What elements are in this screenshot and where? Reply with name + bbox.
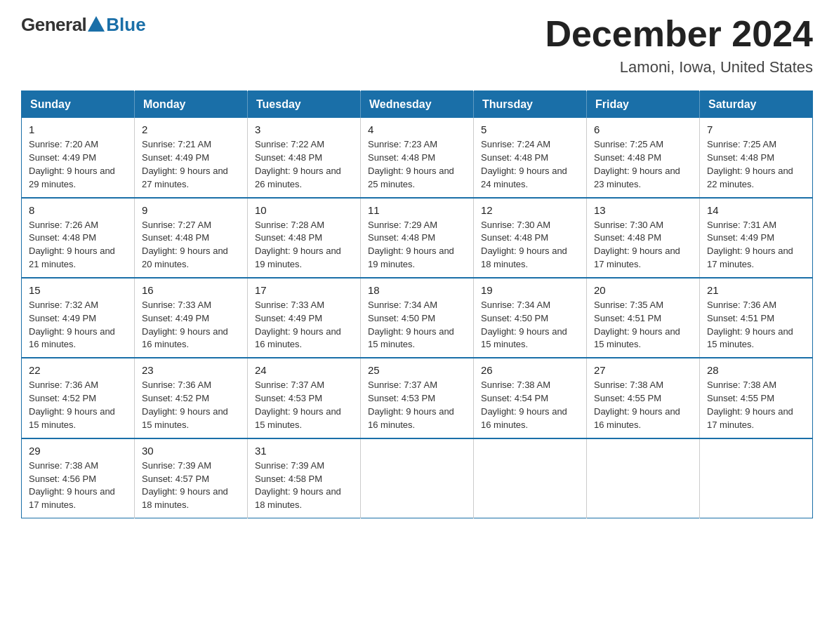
- day-number: 16: [142, 284, 240, 296]
- calendar-week-row: 22 Sunrise: 7:36 AM Sunset: 4:52 PM Dayl…: [22, 358, 813, 438]
- day-info: Sunrise: 7:30 AM Sunset: 4:48 PM Dayligh…: [481, 219, 579, 271]
- calendar-cell: 21 Sunrise: 7:36 AM Sunset: 4:51 PM Dayl…: [700, 278, 813, 358]
- calendar-cell: 22 Sunrise: 7:36 AM Sunset: 4:52 PM Dayl…: [22, 358, 135, 438]
- day-info: Sunrise: 7:34 AM Sunset: 4:50 PM Dayligh…: [481, 299, 579, 351]
- calendar-cell: 20 Sunrise: 7:35 AM Sunset: 4:51 PM Dayl…: [587, 278, 700, 358]
- location-text: Lamoni, Iowa, United States: [545, 58, 813, 76]
- day-info: Sunrise: 7:38 AM Sunset: 4:55 PM Dayligh…: [707, 379, 805, 431]
- calendar-cell: 26 Sunrise: 7:38 AM Sunset: 4:54 PM Dayl…: [474, 358, 587, 438]
- day-number: 14: [707, 204, 805, 216]
- day-number: 13: [594, 204, 692, 216]
- weekday-header-row: SundayMondayTuesdayWednesdayThursdayFrid…: [22, 91, 813, 119]
- calendar-week-row: 29 Sunrise: 7:38 AM Sunset: 4:56 PM Dayl…: [22, 438, 813, 518]
- calendar-cell: [587, 438, 700, 518]
- day-number: 7: [707, 123, 805, 135]
- calendar-cell: 15 Sunrise: 7:32 AM Sunset: 4:49 PM Dayl…: [22, 278, 135, 358]
- calendar-cell: 25 Sunrise: 7:37 AM Sunset: 4:53 PM Dayl…: [361, 358, 474, 438]
- day-info: Sunrise: 7:36 AM Sunset: 4:52 PM Dayligh…: [29, 379, 127, 431]
- weekday-header-saturday: Saturday: [700, 91, 813, 119]
- day-info: Sunrise: 7:34 AM Sunset: 4:50 PM Dayligh…: [368, 299, 466, 351]
- day-info: Sunrise: 7:26 AM Sunset: 4:48 PM Dayligh…: [29, 219, 127, 271]
- calendar-cell: 2 Sunrise: 7:21 AM Sunset: 4:49 PM Dayli…: [135, 118, 248, 197]
- day-info: Sunrise: 7:36 AM Sunset: 4:51 PM Dayligh…: [707, 299, 805, 351]
- day-number: 2: [142, 123, 240, 135]
- day-info: Sunrise: 7:25 AM Sunset: 4:48 PM Dayligh…: [707, 138, 805, 191]
- page-header: General Blue December 2024 Lamoni, Iowa,…: [21, 14, 813, 76]
- day-number: 5: [481, 123, 579, 135]
- day-info: Sunrise: 7:20 AM Sunset: 4:49 PM Dayligh…: [29, 138, 127, 191]
- day-info: Sunrise: 7:24 AM Sunset: 4:48 PM Dayligh…: [481, 138, 579, 191]
- calendar-cell: [474, 438, 587, 518]
- day-number: 24: [255, 364, 353, 376]
- calendar-cell: 12 Sunrise: 7:30 AM Sunset: 4:48 PM Dayl…: [474, 198, 587, 278]
- month-title: December 2024: [545, 14, 813, 54]
- day-info: Sunrise: 7:38 AM Sunset: 4:56 PM Dayligh…: [29, 459, 127, 512]
- calendar-cell: 10 Sunrise: 7:28 AM Sunset: 4:48 PM Dayl…: [248, 198, 361, 278]
- weekday-header-wednesday: Wednesday: [361, 91, 474, 119]
- weekday-header-sunday: Sunday: [22, 91, 135, 119]
- day-info: Sunrise: 7:36 AM Sunset: 4:52 PM Dayligh…: [142, 379, 240, 431]
- calendar-cell: 6 Sunrise: 7:25 AM Sunset: 4:48 PM Dayli…: [587, 118, 700, 197]
- day-number: 12: [481, 204, 579, 216]
- calendar-cell: 24 Sunrise: 7:37 AM Sunset: 4:53 PM Dayl…: [248, 358, 361, 438]
- day-number: 28: [707, 364, 805, 376]
- calendar-cell: 29 Sunrise: 7:38 AM Sunset: 4:56 PM Dayl…: [22, 438, 135, 518]
- day-number: 26: [481, 364, 579, 376]
- calendar-cell: 17 Sunrise: 7:33 AM Sunset: 4:49 PM Dayl…: [248, 278, 361, 358]
- day-info: Sunrise: 7:32 AM Sunset: 4:49 PM Dayligh…: [29, 299, 127, 351]
- day-info: Sunrise: 7:33 AM Sunset: 4:49 PM Dayligh…: [255, 299, 353, 351]
- logo-triangle-icon: [88, 16, 105, 32]
- day-number: 9: [142, 204, 240, 216]
- day-number: 20: [594, 284, 692, 296]
- calendar-cell: 28 Sunrise: 7:38 AM Sunset: 4:55 PM Dayl…: [700, 358, 813, 438]
- day-info: Sunrise: 7:25 AM Sunset: 4:48 PM Dayligh…: [594, 138, 692, 191]
- calendar-cell: 11 Sunrise: 7:29 AM Sunset: 4:48 PM Dayl…: [361, 198, 474, 278]
- calendar-cell: 7 Sunrise: 7:25 AM Sunset: 4:48 PM Dayli…: [700, 118, 813, 197]
- weekday-header-friday: Friday: [587, 91, 700, 119]
- title-area: December 2024 Lamoni, Iowa, United State…: [545, 14, 813, 76]
- day-info: Sunrise: 7:39 AM Sunset: 4:58 PM Dayligh…: [255, 459, 353, 512]
- logo-blue-text: Blue: [106, 14, 145, 36]
- logo: General Blue: [21, 14, 146, 36]
- day-number: 27: [594, 364, 692, 376]
- day-number: 8: [29, 204, 127, 216]
- calendar-cell: 31 Sunrise: 7:39 AM Sunset: 4:58 PM Dayl…: [248, 438, 361, 518]
- day-info: Sunrise: 7:38 AM Sunset: 4:55 PM Dayligh…: [594, 379, 692, 431]
- day-info: Sunrise: 7:27 AM Sunset: 4:48 PM Dayligh…: [142, 219, 240, 271]
- weekday-header-thursday: Thursday: [474, 91, 587, 119]
- calendar-week-row: 8 Sunrise: 7:26 AM Sunset: 4:48 PM Dayli…: [22, 198, 813, 278]
- calendar-cell: 3 Sunrise: 7:22 AM Sunset: 4:48 PM Dayli…: [248, 118, 361, 197]
- day-info: Sunrise: 7:29 AM Sunset: 4:48 PM Dayligh…: [368, 219, 466, 271]
- day-number: 22: [29, 364, 127, 376]
- day-number: 19: [481, 284, 579, 296]
- calendar-cell: 27 Sunrise: 7:38 AM Sunset: 4:55 PM Dayl…: [587, 358, 700, 438]
- day-info: Sunrise: 7:31 AM Sunset: 4:49 PM Dayligh…: [707, 219, 805, 271]
- day-number: 3: [255, 123, 353, 135]
- day-number: 10: [255, 204, 353, 216]
- calendar-cell: 4 Sunrise: 7:23 AM Sunset: 4:48 PM Dayli…: [361, 118, 474, 197]
- day-number: 18: [368, 284, 466, 296]
- day-info: Sunrise: 7:22 AM Sunset: 4:48 PM Dayligh…: [255, 138, 353, 191]
- day-info: Sunrise: 7:38 AM Sunset: 4:54 PM Dayligh…: [481, 379, 579, 431]
- day-number: 6: [594, 123, 692, 135]
- day-number: 29: [29, 445, 127, 457]
- day-number: 25: [368, 364, 466, 376]
- day-info: Sunrise: 7:23 AM Sunset: 4:48 PM Dayligh…: [368, 138, 466, 191]
- calendar-cell: 19 Sunrise: 7:34 AM Sunset: 4:50 PM Dayl…: [474, 278, 587, 358]
- day-number: 31: [255, 445, 353, 457]
- calendar-week-row: 15 Sunrise: 7:32 AM Sunset: 4:49 PM Dayl…: [22, 278, 813, 358]
- day-info: Sunrise: 7:30 AM Sunset: 4:48 PM Dayligh…: [594, 219, 692, 271]
- weekday-header-monday: Monday: [135, 91, 248, 119]
- calendar-cell: 16 Sunrise: 7:33 AM Sunset: 4:49 PM Dayl…: [135, 278, 248, 358]
- calendar-cell: 23 Sunrise: 7:36 AM Sunset: 4:52 PM Dayl…: [135, 358, 248, 438]
- day-number: 23: [142, 364, 240, 376]
- day-info: Sunrise: 7:37 AM Sunset: 4:53 PM Dayligh…: [255, 379, 353, 431]
- day-info: Sunrise: 7:28 AM Sunset: 4:48 PM Dayligh…: [255, 219, 353, 271]
- day-info: Sunrise: 7:21 AM Sunset: 4:49 PM Dayligh…: [142, 138, 240, 191]
- calendar-table: SundayMondayTuesdayWednesdayThursdayFrid…: [21, 90, 813, 518]
- calendar-cell: 5 Sunrise: 7:24 AM Sunset: 4:48 PM Dayli…: [474, 118, 587, 197]
- day-info: Sunrise: 7:37 AM Sunset: 4:53 PM Dayligh…: [368, 379, 466, 431]
- day-info: Sunrise: 7:35 AM Sunset: 4:51 PM Dayligh…: [594, 299, 692, 351]
- day-number: 21: [707, 284, 805, 296]
- day-number: 30: [142, 445, 240, 457]
